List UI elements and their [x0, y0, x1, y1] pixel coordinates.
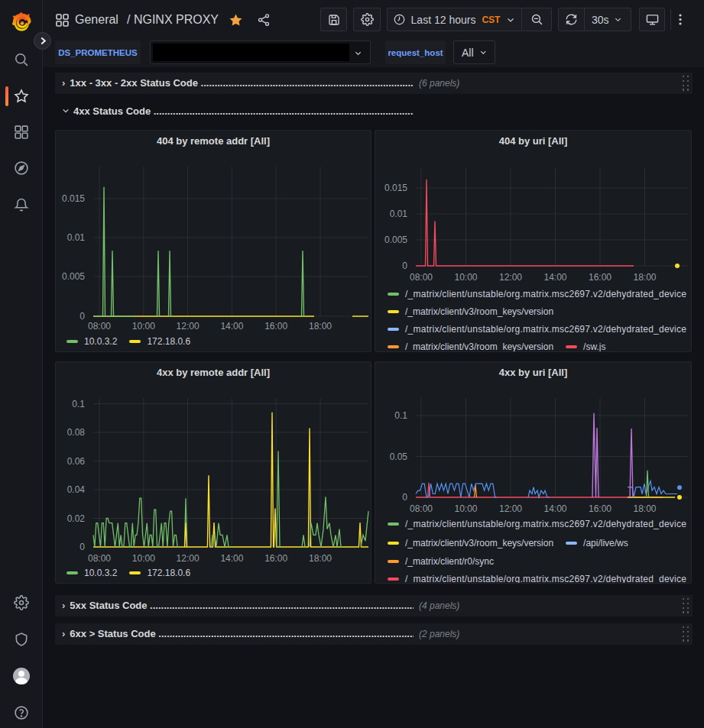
svg-text:10:00: 10:00: [454, 272, 477, 283]
svg-text:18:00: 18:00: [633, 272, 656, 283]
svg-text:18:00: 18:00: [633, 503, 656, 514]
svg-text:0.02: 0.02: [67, 513, 86, 524]
svg-text:16:00: 16:00: [589, 503, 612, 514]
svg-text:14:00: 14:00: [220, 553, 243, 564]
svg-text:14:00: 14:00: [543, 503, 566, 514]
svg-text:0.005: 0.005: [62, 271, 85, 282]
svg-text:12:00: 12:00: [499, 272, 522, 283]
svg-text:16:00: 16:00: [589, 272, 612, 283]
svg-text:0.005: 0.005: [384, 235, 407, 245]
svg-text:0.015: 0.015: [384, 183, 407, 193]
svg-text:0.05: 0.05: [390, 451, 408, 462]
svg-text:10:00: 10:00: [132, 321, 155, 332]
svg-text:0.015: 0.015: [62, 193, 85, 204]
svg-text:0: 0: [402, 260, 407, 271]
svg-text:0: 0: [402, 492, 407, 503]
svg-text:18:00: 18:00: [309, 553, 332, 564]
svg-text:0.01: 0.01: [390, 209, 408, 219]
svg-text:0.01: 0.01: [67, 232, 86, 243]
svg-text:08:00: 08:00: [410, 272, 433, 283]
svg-text:0.06: 0.06: [67, 456, 86, 467]
svg-text:08:00: 08:00: [410, 503, 433, 514]
svg-text:0.1: 0.1: [394, 410, 407, 421]
svg-text:12:00: 12:00: [177, 553, 200, 564]
svg-text:12:00: 12:00: [499, 503, 522, 514]
svg-text:08:00: 08:00: [88, 321, 111, 332]
svg-text:0: 0: [79, 542, 85, 552]
svg-text:08:00: 08:00: [88, 553, 111, 564]
svg-text:14:00: 14:00: [220, 321, 243, 332]
svg-text:14:00: 14:00: [543, 272, 566, 283]
svg-text:16:00: 16:00: [264, 553, 287, 564]
svg-text:12:00: 12:00: [177, 321, 200, 332]
svg-text:0.1: 0.1: [72, 399, 85, 409]
svg-text:0.08: 0.08: [67, 427, 86, 438]
svg-text:16:00: 16:00: [264, 321, 287, 332]
svg-text:10:00: 10:00: [132, 553, 155, 564]
svg-text:0: 0: [79, 311, 85, 322]
svg-text:18:00: 18:00: [309, 321, 332, 332]
svg-text:0.04: 0.04: [67, 484, 86, 495]
svg-text:10:00: 10:00: [454, 503, 477, 514]
